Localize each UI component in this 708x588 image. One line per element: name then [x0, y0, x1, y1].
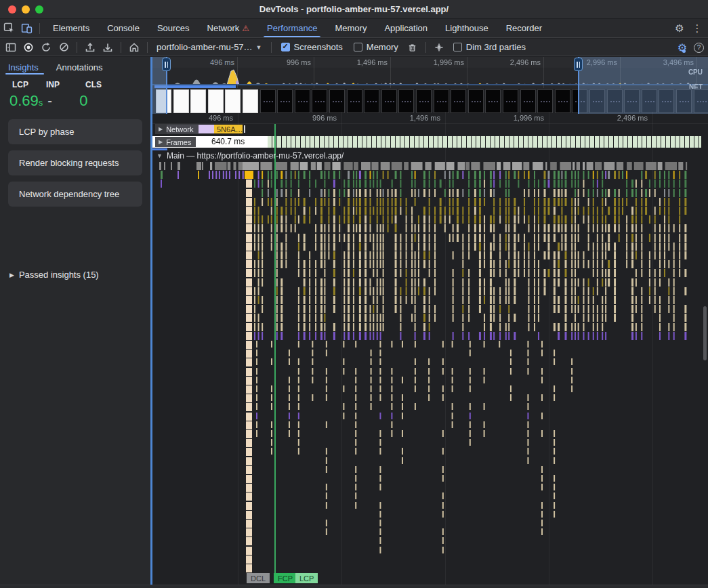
screenshots-checkbox[interactable]: Screenshots [276, 42, 348, 52]
screenshot-thumbnail[interactable] [277, 89, 293, 113]
screenshot-thumbnail[interactable] [676, 89, 692, 113]
tab-elements[interactable]: Elements [44, 19, 98, 37]
lcp-marker[interactable]: LCP [295, 573, 318, 583]
screenshot-thumbnail[interactable] [451, 89, 466, 113]
tab-sources[interactable]: Sources [148, 19, 199, 37]
screenshot-thumbnail[interactable] [520, 89, 536, 113]
record-button[interactable] [20, 40, 37, 55]
screenshot-thumbnail[interactable] [398, 89, 414, 113]
cls-value[interactable]: 0 [79, 92, 87, 110]
screenshot-thumbnail[interactable] [503, 89, 518, 113]
screenshot-thumbnail[interactable] [208, 89, 224, 113]
checkbox-icon [354, 43, 362, 51]
ruler-tick: 2,496 ms [617, 114, 648, 122]
overview-tick: 2,996 ms [587, 58, 617, 66]
checkbox-icon [453, 43, 462, 51]
screenshot-thumbnail[interactable] [225, 89, 241, 113]
main-flame-chart[interactable] [154, 162, 708, 573]
screenshot-thumbnail[interactable] [468, 89, 484, 113]
upload-profile-icon[interactable] [82, 40, 98, 55]
divider [271, 42, 272, 53]
screenshot-thumbnail[interactable] [607, 89, 623, 113]
overview-ruler[interactable] [152, 57, 708, 68]
screenshot-thumbnail[interactable] [329, 89, 345, 113]
divider [39, 23, 40, 34]
screenshot-thumbnail[interactable] [555, 89, 570, 113]
fcp-marker[interactable]: FCP [274, 573, 297, 583]
screenshot-thumbnail[interactable] [624, 89, 640, 113]
history-select[interactable]: portfolio-amber-mu-57…▼ [152, 42, 266, 52]
garbage-collect-icon[interactable] [404, 40, 421, 55]
insight-lcp-by-phase[interactable]: LCP by phase [8, 119, 142, 144]
screenshot-thumbnail[interactable] [485, 89, 501, 113]
perf-toolbar-right: ⚙ ? [678, 39, 704, 56]
screenshot-thumbnail[interactable] [537, 89, 553, 113]
tab-network[interactable]: Network⚠ [199, 19, 258, 37]
screenshot-thumbnail[interactable] [642, 89, 657, 113]
frames-track-toggle[interactable]: ▶ Frames [155, 137, 196, 147]
screenshots-filmstrip[interactable] [152, 89, 708, 114]
network-track-toggle[interactable]: ▶ Network [155, 124, 199, 134]
collapse-tracks-icon[interactable] [431, 40, 447, 55]
screenshot-thumbnail[interactable] [173, 89, 189, 113]
main-track-toggle[interactable]: ▼ Main — https://portfolio-amber-mu-57.v… [157, 151, 343, 161]
screenshot-thumbnail[interactable] [243, 89, 258, 113]
divider [77, 42, 77, 53]
overview-tick: 2,496 ms [510, 58, 541, 66]
screenshot-thumbnail[interactable] [347, 89, 362, 113]
more-options-icon[interactable]: ⋮ [689, 20, 705, 37]
screenshot-thumbnail[interactable] [659, 89, 674, 113]
screenshot-thumbnail[interactable] [434, 89, 449, 113]
lcp-value[interactable]: 0.69 [9, 92, 39, 110]
help-icon[interactable]: ? [694, 43, 704, 53]
screenshot-thumbnail[interactable] [190, 89, 206, 113]
frames-bar[interactable] [268, 136, 701, 148]
download-profile-icon[interactable] [100, 40, 116, 55]
dcl-marker[interactable]: DCL [247, 573, 270, 583]
screenshot-thumbnail[interactable] [416, 89, 432, 113]
device-toolbar-icon[interactable] [18, 20, 35, 37]
screenshot-thumbnail[interactable] [694, 89, 708, 113]
sidebar-tabs: Insights Annotations [0, 57, 150, 75]
dim-3rd-parties-checkbox[interactable]: Dim 3rd parties [449, 42, 530, 52]
screenshot-thumbnail[interactable] [589, 89, 605, 113]
lcp-unit: s [39, 98, 43, 108]
network-request-tick[interactable] [244, 125, 245, 133]
clear-button[interactable] [56, 40, 72, 55]
selection-right-handle[interactable] [574, 58, 583, 71]
tab-application[interactable]: Application [375, 19, 436, 37]
home-icon[interactable] [126, 40, 142, 55]
insight-render-blocking[interactable]: Render blocking requests [8, 150, 142, 175]
minimize-window-button[interactable] [22, 5, 30, 14]
divider [425, 42, 426, 53]
overview-tick: 496 ms [210, 58, 234, 66]
screenshot-thumbnail[interactable] [381, 89, 397, 113]
tab-performance[interactable]: Performance [258, 19, 326, 37]
network-request-bar[interactable]: 5N6A… [214, 125, 243, 133]
screenshot-thumbnail[interactable] [572, 89, 587, 113]
screenshot-thumbnail[interactable] [156, 89, 171, 113]
tab-memory[interactable]: Memory [326, 19, 375, 37]
close-window-button[interactable] [8, 5, 16, 14]
scrollbar-thumb[interactable] [703, 306, 707, 360]
tab-recorder[interactable]: Recorder [497, 19, 551, 37]
toggle-sidebar-icon[interactable] [3, 40, 19, 55]
reload-record-button[interactable] [38, 40, 54, 55]
memory-checkbox[interactable]: Memory [349, 42, 403, 52]
tab-insights[interactable]: Insights [8, 61, 44, 75]
zoom-window-button[interactable] [35, 5, 43, 14]
tab-console[interactable]: Console [98, 19, 148, 37]
tab-annotations[interactable]: Annotations [56, 61, 108, 75]
screenshot-thumbnail[interactable] [260, 89, 276, 113]
passed-insights-toggle[interactable]: ▶ Passed insights (15) [9, 270, 99, 280]
insight-network-dependency[interactable]: Network dependency tree [8, 182, 142, 207]
screenshot-thumbnail[interactable] [364, 89, 379, 113]
selection-left-handle[interactable] [162, 58, 171, 71]
screenshot-thumbnail[interactable] [312, 89, 327, 113]
settings-gear-icon[interactable]: ⚙ [671, 20, 688, 37]
inspect-element-icon[interactable] [0, 20, 18, 37]
tab-lighthouse[interactable]: Lighthouse [436, 19, 497, 37]
ruler-tick: 996 ms [312, 114, 337, 122]
screenshot-thumbnail[interactable] [295, 89, 310, 113]
capture-settings-gear-icon[interactable]: ⚙ [678, 41, 687, 54]
